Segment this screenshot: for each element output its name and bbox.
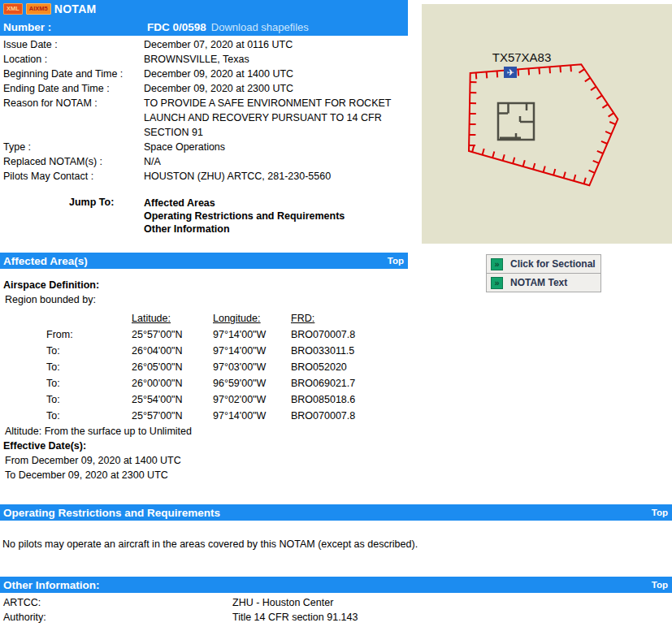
area-id-label: TX57XA83 [492,50,552,64]
detail-value: TO PROVIDE A SAFE ENVIRONMENT FOR ROCKET… [144,96,414,140]
click-for-sectional-button[interactable]: » Click for Sectional [486,254,601,274]
detail-row: Ending Date and Time :December 09, 2020 … [3,81,418,96]
lon-cell: 97°03'00"W [213,359,291,375]
top-link[interactable]: Top [652,580,668,590]
lat-cell: 26°00'00"N [132,375,213,391]
lat-cell: 26°04'00"N [132,343,213,359]
lat-cell: 25°54'00"N [132,391,213,408]
dir-cell: To: [0,359,132,375]
button-label: Click for Sectional [510,258,596,270]
detail-row: Location :BROWNSVILLE, Texas [3,52,418,67]
detail-label: Issue Date : [3,37,144,52]
frd-cell: BRO070007.8 [291,326,355,343]
notam-number: FDC 0/0598 [147,21,206,33]
jump-to-label: Jump To: [3,197,144,236]
notam-page: XML AIXM5 NOTAM Number : FDC 0/0598 Down… [0,0,672,627]
detail-value: December 09, 2020 at 1400 UTC [144,67,414,81]
jump-to-section: Jump To: Affected Areas Operating Restri… [3,197,345,236]
lon-cell: 97°14'00"W [213,326,291,343]
notam-details: Issue Date :December 07, 2020 at 0116 UT… [3,37,418,184]
detail-value: Space Operations [144,140,414,154]
table-row: From:25°57'00"N97°14'00"WBRO070007.8 [0,326,355,343]
notam-header: XML AIXM5 NOTAM Number : FDC 0/0598 Down… [0,0,408,36]
altitude-line: Altitude: From the surface up to Unlimit… [3,426,192,437]
effective-from: From December 09, 2020 at 1400 UTC [3,455,181,466]
other-information-bar: Other Information: Top [0,577,672,593]
dir-cell: To: [0,391,132,408]
table-row: To:26°04'00"N97°14'00"WBRO033011.5 [0,343,355,359]
other-label: ARTCC: [3,595,232,610]
table-header-row: Latitude: Longitude: FRD: [0,310,355,326]
aixm5-badge[interactable]: AIXM5 [26,3,51,15]
notam-area-map[interactable]: ✈ TX57XA83 [422,4,672,244]
jump-link-operating-restrictions[interactable]: Operating Restrictions and Requirements [144,210,345,223]
lat-cell: 25°57'00"N [132,326,213,343]
page-title: NOTAM [54,2,97,15]
other-label: Authority: [3,610,232,625]
detail-value: December 09, 2020 at 2300 UTC [144,81,414,96]
airport-icon: ✈ [504,67,517,78]
double-chevron-icon: » [491,277,503,289]
detail-row: Beginning Date and Time :December 09, 20… [3,67,418,81]
table-row: To:26°00'00"N96°59'00"WBRO069021.7 [0,375,355,391]
dir-cell: To: [0,375,132,391]
launch-site-symbol [498,103,534,140]
dir-cell: To: [0,343,132,359]
latitude-header: Latitude: [132,313,171,324]
region-bounded-label: Region bounded by: [3,294,96,305]
frd-cell: BRO069021.7 [291,375,355,391]
detail-value: December 07, 2020 at 0116 UTC [144,37,414,52]
frd-cell: BRO085018.6 [291,391,355,408]
section-title: Operating Restrictions and Requirements [3,507,220,519]
detail-row: Reason for NOTAM :TO PROVIDE A SAFE ENVI… [3,96,418,140]
jump-link-affected-areas[interactable]: Affected Areas [144,197,345,210]
operating-restrictions-text: No pilots may operate an aircraft in the… [2,538,418,550]
lat-cell: 26°05'00"N [132,359,213,375]
section-title: Other Information: [3,579,100,591]
detail-row: Issue Date :December 07, 2020 at 0116 UT… [3,37,418,52]
detail-label: Type : [3,140,144,154]
detail-row: Replaced NOTAM(s) :N/A [3,154,418,169]
top-link[interactable]: Top [652,508,668,517]
detail-label: Location : [3,52,144,67]
lon-cell: 97°14'00"W [213,343,291,359]
other-information-rows: ARTCC:ZHU - Houston Center Authority:Tit… [3,595,491,625]
operating-restrictions-bar: Operating Restrictions and Requirements … [0,504,672,521]
detail-value: BROWNSVILLE, Texas [144,52,414,67]
airspace-definition-label: Airspace Definition: [3,279,99,291]
notam-text-button[interactable]: » NOTAM Text [486,273,601,292]
detail-row: Pilots May Contact :HOUSTON (ZHU) ARTCC,… [3,169,418,184]
detail-label: Beginning Date and Time : [3,67,144,81]
dir-cell: From: [0,326,132,343]
lat-cell: 25°57'00"N [132,408,213,424]
double-chevron-icon: » [491,258,503,270]
detail-label: Replaced NOTAM(s) : [3,154,144,169]
number-label: Number : [0,21,147,33]
frd-header: FRD: [291,313,314,324]
longitude-header: Longitude: [213,313,260,324]
other-row: ARTCC:ZHU - Houston Center [3,595,491,610]
detail-label: Ending Date and Time : [3,81,144,96]
other-value: ZHU - Houston Center [232,595,333,610]
table-row: To:26°05'00"N97°03'00"WBRO052020 [0,359,355,375]
notam-area-boundary [469,64,618,185]
dir-cell: To: [0,408,132,424]
lon-cell: 97°02'00"W [213,391,291,408]
coordinates-table: Latitude: Longitude: FRD: From:25°57'00"… [0,310,355,424]
button-label: NOTAM Text [510,277,567,288]
other-value: Title 14 CFR section 91.143 [232,610,358,625]
frd-cell: BRO070007.8 [291,408,355,424]
affected-areas-bar: Affected Area(s) Top [0,253,408,269]
detail-value: N/A [144,154,414,169]
lon-cell: 97°14'00"W [213,408,291,424]
table-row: To:25°54'00"N97°02'00"WBRO085018.6 [0,391,355,408]
section-title: Affected Area(s) [3,255,88,267]
xml-badge[interactable]: XML [3,3,23,15]
map-button-group: » Click for Sectional » NOTAM Text [486,254,601,292]
jump-link-other-information[interactable]: Other Information [144,223,345,236]
detail-value: HOUSTON (ZHU) ARTCC, 281-230-5560 [144,169,414,184]
download-shapefiles-link[interactable]: Download shapefiles [211,21,309,33]
top-link[interactable]: Top [388,256,404,266]
detail-row: Type :Space Operations [3,140,418,154]
table-row: To:25°57'00"N97°14'00"WBRO070007.8 [0,408,355,424]
